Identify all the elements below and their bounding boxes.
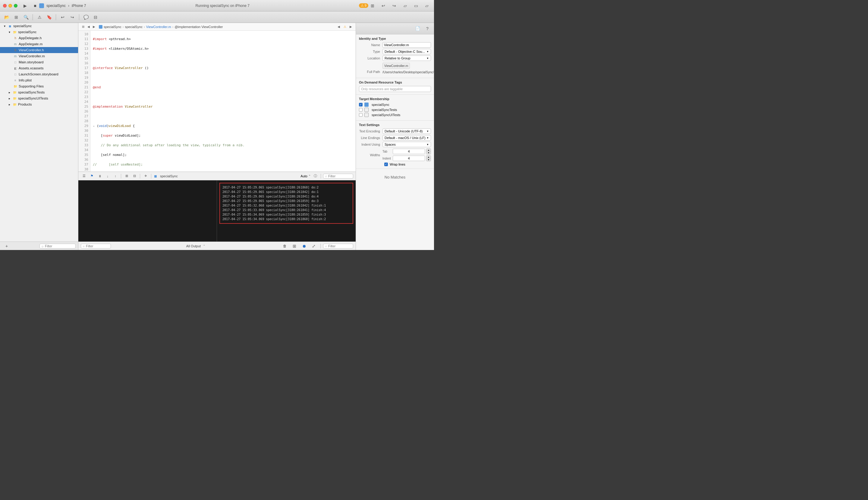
forward-button[interactable]: ↪ (390, 1, 398, 10)
minimize-button[interactable] (9, 4, 12, 8)
maximize-button[interactable] (14, 4, 18, 8)
sidebar-item-products[interactable]: ▸ 📁 Products (0, 101, 78, 107)
indent-using-dropdown[interactable]: Spaces ▼ (382, 142, 431, 147)
code-content[interactable]: #import <pthread.h> #import <libkern/OSA… (90, 31, 356, 172)
breadcrumb-warning-icon[interactable]: ⚠ (343, 24, 347, 29)
indent-using-value: Spaces (384, 143, 396, 146)
sidebar-item-info-plist[interactable]: ≡ Info.plist (0, 77, 78, 83)
left-filter-box[interactable]: ⌕ (81, 244, 111, 249)
indent-up-arrow[interactable]: ▲ (427, 156, 431, 158)
right-filter-box[interactable]: ⌕ (323, 244, 353, 249)
target-checkbox-2[interactable] (359, 108, 362, 112)
bookmark-button[interactable]: 🔖 (45, 13, 53, 21)
open-folder-button[interactable]: 📂 (2, 13, 11, 21)
target-row-1[interactable]: ✓ specialSync (359, 103, 431, 107)
app-icon (39, 3, 44, 8)
sidebar-item-supporting-files[interactable]: 📁 Supporting Files (0, 83, 78, 89)
stop-button[interactable]: ■ (31, 1, 39, 10)
type-dropdown[interactable]: Default - Objective-C Sou... ▼ (382, 49, 431, 54)
console-down-btn[interactable]: ↓ (104, 173, 111, 180)
target-row-3[interactable]: specialSyncUITests (359, 113, 431, 117)
sidebar-item-viewcontroller-h[interactable]: h ViewController.h (0, 47, 78, 53)
add-file-button[interactable]: + (2, 242, 11, 250)
widths-label: Widths (359, 153, 380, 157)
panel-toggle-2[interactable]: ▭ (412, 1, 420, 10)
breadcrumb-back[interactable]: ◀ (86, 24, 91, 29)
tab-up-arrow[interactable]: ▲ (427, 149, 431, 151)
console-send-btn[interactable]: ✈ (142, 173, 149, 180)
breadcrumb-item-4[interactable]: @implementation ViewController (174, 25, 223, 29)
close-button[interactable] (3, 4, 7, 8)
breadcrumb-item-3[interactable]: ViewController.m (146, 25, 171, 29)
panel-toggle-3[interactable]: ▱ (423, 1, 431, 10)
comment-button[interactable]: 💬 (82, 13, 90, 21)
sidebar-item-appdelegate-m[interactable]: m AppDelegate.m (0, 41, 78, 47)
console-pause-btn[interactable]: ⏸ (96, 173, 103, 180)
breadcrumb-right-nav[interactable]: ▶ (348, 24, 353, 29)
breadcrumb-sep-2: › (144, 25, 145, 29)
breadcrumb-item-2[interactable]: specialSync (125, 25, 142, 29)
line-num-33: 33 (78, 143, 90, 148)
add-button[interactable]: ⊞ (12, 13, 21, 21)
name-input[interactable] (382, 42, 431, 48)
rp-file-btn[interactable]: 📄 (414, 24, 422, 33)
encoding-dropdown[interactable]: Default - Unicode (UTF-8) ▼ (382, 128, 431, 134)
sidebar-item-tests[interactable]: ▸ 📁 specialSyncTests (0, 89, 78, 95)
breadcrumb-item-1[interactable]: specialSync (104, 25, 121, 29)
auto-info-btn[interactable]: ⓘ (312, 173, 319, 180)
undo-button[interactable]: ↩ (58, 13, 67, 21)
bottom-filter-input[interactable] (328, 174, 351, 178)
warning-button[interactable]: ⚠ (35, 13, 44, 21)
indent-width-input[interactable] (393, 156, 425, 161)
layout-button[interactable]: ⊞ (368, 1, 377, 10)
location-dropdown[interactable]: Relative to Group ▼ (382, 56, 431, 61)
sidebar-item-ui-tests[interactable]: ▸ 📁 specialSyncUITests (0, 95, 78, 101)
sidebar-item-folder-specialsync[interactable]: ▾ 📁 specialSync (0, 29, 78, 35)
sidebar-item-project[interactable]: ▾ ◼ specialSync (0, 23, 78, 29)
location-chevron: ▼ (427, 57, 429, 60)
file-label-ui-tests: specialSyncUITests (18, 96, 48, 100)
sidebar-item-appdelegate-h[interactable]: h AppDelegate.h (0, 35, 78, 41)
console-layout-btn-2[interactable]: ⊞ (290, 242, 299, 250)
panel-toggle-1[interactable]: ▱ (401, 1, 409, 10)
indent-stepper[interactable]: ▲ ▼ (426, 155, 431, 161)
rp-help-btn[interactable]: ? (423, 24, 431, 33)
breadcrumb-left-nav[interactable]: ◀ (336, 24, 341, 29)
sidebar-filter-input[interactable] (45, 244, 73, 248)
line-endings-dropdown[interactable]: Default - macOS / Unix (LF) ▼ (382, 135, 431, 140)
console-layout-btn[interactable]: ⊞ (123, 173, 130, 180)
sidebar-item-main-storyboard[interactable]: □ Main.storyboard (0, 59, 78, 65)
redo-button[interactable]: ↪ (68, 13, 77, 21)
target-row-2[interactable]: specialSyncTests (359, 108, 431, 112)
console-list-btn[interactable]: ☰ (81, 173, 88, 180)
wrap-checkbox[interactable]: ✓ (384, 162, 388, 166)
sidebar-item-launchscreen[interactable]: □ LaunchScreen.storyboard (0, 71, 78, 77)
left-filter-input[interactable] (86, 244, 109, 248)
console-trash-btn[interactable]: 🗑 (281, 242, 289, 250)
grid-button[interactable]: ⊟ (91, 13, 100, 21)
console-grid-btn[interactable]: ⊟ (131, 173, 138, 180)
console-expand-btn[interactable]: ⤢ (310, 242, 318, 250)
search-button[interactable]: 🔍 (22, 13, 30, 21)
target-checkbox-3[interactable] (359, 113, 362, 117)
tab-width-input[interactable] (393, 149, 425, 154)
tab-stepper[interactable]: ▲ ▼ (426, 148, 431, 155)
breadcrumb-nav-grid[interactable]: ⊞ (81, 24, 85, 29)
play-button[interactable]: ▶ (21, 1, 29, 10)
console-up-btn[interactable]: ↑ (112, 173, 119, 180)
bottom-filter-box[interactable]: ⌕ (323, 174, 353, 179)
target-checkbox-1[interactable]: ✓ (359, 103, 362, 106)
indent-down-arrow[interactable]: ▼ (427, 158, 431, 161)
sidebar-item-viewcontroller-m[interactable]: m ViewController.m (0, 53, 78, 59)
warning-badge[interactable]: ⚠ 9 (359, 3, 368, 8)
line-num-32: 32 (78, 138, 90, 143)
history-button[interactable]: ↩ (379, 1, 387, 10)
tab-down-arrow[interactable]: ▼ (427, 151, 431, 154)
breadcrumb-forward[interactable]: ▶ (92, 24, 96, 29)
sidebar-item-assets[interactable]: ◧ Assets.xcassets (0, 65, 78, 71)
console-flag-btn[interactable]: ⚑ (89, 173, 95, 180)
wrap-row[interactable]: ✓ Wrap lines (359, 162, 431, 166)
sidebar-filter-box[interactable]: ⌕ (39, 244, 76, 249)
right-filter-input[interactable] (328, 244, 351, 248)
console-record-btn[interactable]: ⏺ (300, 242, 308, 250)
